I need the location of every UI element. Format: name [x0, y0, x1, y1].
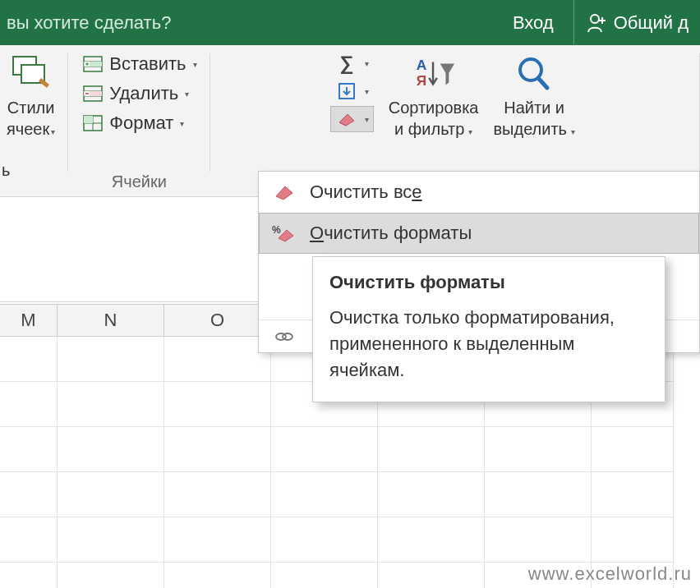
chevron-down-icon: ▾ [365, 115, 369, 124]
cell-styles-button[interactable]: ь Стили ячеек▾ [2, 50, 60, 140]
clear-formats-item[interactable]: % Очистить форматы [259, 213, 699, 254]
cells-group-label: Ячейки [112, 169, 167, 196]
col-header[interactable]: N [58, 305, 164, 336]
clear-all-label: Очистить все [310, 181, 422, 203]
eraser-percent-icon: % [272, 223, 297, 244]
find-select-button[interactable]: Найти и выделить ▾ [488, 50, 579, 140]
sort-filter-label-2: и фильтр ▾ [394, 119, 472, 139]
table-row[interactable] [0, 517, 700, 563]
clear-formats-label: Очистить форматы [310, 223, 472, 244]
delete-cells-button[interactable]: Удалить ▾ [76, 80, 201, 108]
fill-down-icon [335, 81, 358, 101]
cell-styles-prefix-frag: ь [2, 160, 10, 180]
format-cells-label: Формат [109, 113, 173, 134]
eraser-icon [335, 109, 358, 129]
find-select-label-2: выделить ▾ [493, 119, 574, 139]
eraser-icon [272, 181, 297, 203]
blank-icon [272, 292, 297, 314]
col-header[interactable]: O [164, 305, 271, 336]
delete-cells-label: Удалить [109, 83, 178, 104]
chevron-down-icon: ▾ [180, 119, 184, 128]
sort-filter-icon: А Я [412, 52, 456, 96]
svg-line-21 [538, 78, 547, 88]
cell-styles-label-2: ячеек▾ [7, 119, 55, 139]
title-bar: вы хотите сделать? Вход Общий д [0, 0, 700, 45]
svg-text:А: А [416, 57, 426, 73]
link-icon [272, 326, 297, 347]
share-button[interactable]: Общий д [573, 0, 700, 45]
tooltip: Очистить форматы Очистка только форматир… [312, 256, 665, 402]
watermark: www.excelworld.ru [528, 563, 692, 585]
svg-rect-16 [84, 116, 93, 123]
cell-styles-label-1: Стили [7, 98, 55, 117]
chevron-down-icon: ▾ [193, 60, 197, 69]
find-select-label-1: Найти и [504, 98, 564, 117]
insert-cells-label: Вставить [109, 53, 186, 75]
sort-filter-button[interactable]: А Я Сортировка и фильтр ▾ [384, 50, 484, 140]
clear-all-item[interactable]: Очистить все [259, 172, 699, 213]
chevron-down-icon: ▾ [365, 59, 369, 68]
share-label: Общий д [614, 12, 688, 34]
svg-text:%: % [272, 224, 281, 236]
col-header[interactable]: M [0, 305, 58, 336]
clear-button[interactable]: ▾ [330, 106, 374, 132]
insert-cells-button[interactable]: Вставить ▾ [76, 50, 201, 78]
format-cells-icon [81, 113, 104, 133]
sort-filter-label-1: Сортировка [389, 98, 479, 117]
cell-styles-icon [9, 52, 53, 96]
chevron-down-icon: ▾ [365, 87, 369, 96]
svg-text:Я: Я [416, 72, 426, 89]
fill-button[interactable]: ▾ [330, 78, 374, 104]
svg-point-0 [591, 15, 599, 23]
styles-group-label [29, 169, 34, 196]
sigma-icon: ∑ [335, 53, 358, 73]
sign-in-button[interactable]: Вход [493, 12, 573, 34]
insert-cells-icon [81, 54, 104, 74]
format-cells-button[interactable]: Формат ▾ [76, 109, 201, 137]
delete-cells-icon [81, 84, 104, 103]
blank-icon [272, 260, 297, 281]
tooltip-title: Очистить форматы [329, 272, 648, 293]
svg-point-24 [283, 333, 292, 340]
table-row[interactable] [0, 472, 700, 517]
magnifier-icon [512, 52, 556, 96]
share-person-icon [586, 12, 607, 34]
table-row[interactable] [0, 427, 700, 472]
tooltip-desc: Очистка только форматирования, примененн… [329, 305, 648, 384]
chevron-down-icon: ▾ [185, 90, 189, 99]
tell-me-text[interactable]: вы хотите сделать? [0, 12, 171, 34]
autosum-button[interactable]: ∑ ▾ [330, 50, 374, 76]
